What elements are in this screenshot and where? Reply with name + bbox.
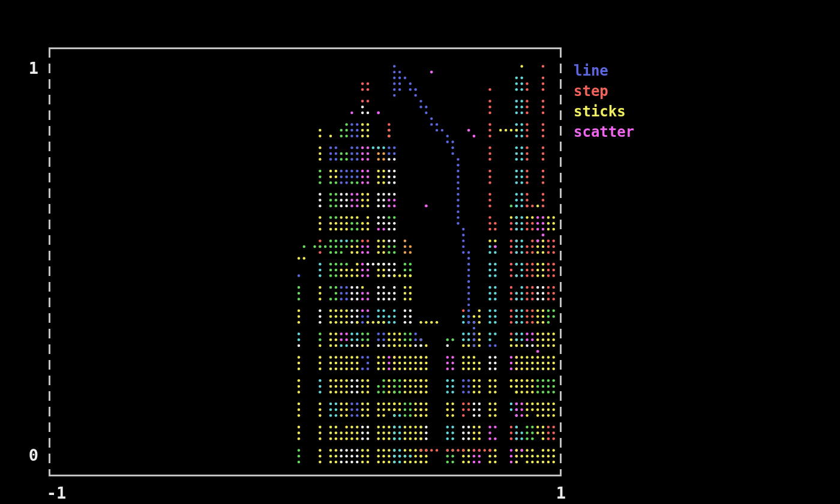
y-axis-tick-max: 1 xyxy=(18,60,38,76)
y-axis-tick-min: 0 xyxy=(18,447,38,463)
terminal-plot-screen: 1 0 -1 1 line step sticks scatter xyxy=(0,0,840,504)
plot-canvas xyxy=(0,0,840,504)
legend: line step sticks scatter xyxy=(574,61,634,142)
legend-item-sticks: sticks xyxy=(574,101,634,122)
legend-item-line: line xyxy=(574,61,634,81)
x-axis-tick-max: 1 xyxy=(543,485,579,501)
legend-item-step: step xyxy=(574,81,634,101)
legend-item-scatter: scatter xyxy=(574,122,634,142)
x-axis-tick-min: -1 xyxy=(38,485,74,501)
